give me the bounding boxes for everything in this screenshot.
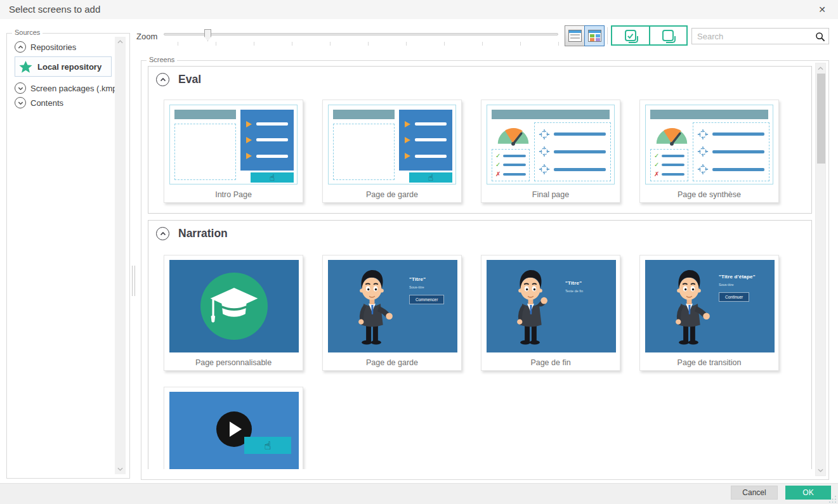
target-list [534, 122, 611, 181]
slide-subtitle: Sous-titre [409, 285, 444, 289]
character-presenter-icon [662, 268, 716, 349]
screen-card-final-page[interactable]: ✓ ✓ ✗ [481, 100, 620, 203]
screen-caption: Page de garde [323, 358, 461, 367]
scroll-down-icon[interactable] [816, 465, 825, 475]
screen-caption: Page de garde [323, 190, 461, 199]
collapse-section-button[interactable] [156, 73, 169, 86]
crosshair-icon [539, 146, 550, 157]
crosshair-icon [697, 164, 709, 175]
section-title: Narration [178, 227, 228, 240]
screen-caption: Page de transition [640, 358, 778, 367]
cancel-button[interactable]: Cancel [731, 486, 778, 500]
character-presenter-icon [503, 268, 558, 349]
star-icon [18, 60, 33, 74]
ok-button[interactable]: OK [785, 486, 831, 500]
screen-card-page-personnalisable[interactable]: Page personnalisable [164, 255, 303, 371]
screens-scrollbar[interactable] [815, 63, 826, 476]
screen-card-page-de-fin[interactable]: "Titre" Texte de fin Page de fin [481, 255, 620, 371]
slide-continue-button: Continuer [719, 292, 749, 302]
checklist-icon: ✓ ✓ ✗ [650, 149, 688, 181]
character-presenter-icon [344, 268, 399, 349]
scrollbar-thumb[interactable] [817, 74, 825, 164]
resize-grip[interactable] [828, 494, 837, 503]
sources-panel: Sources Repositories Local repository Sc… [6, 33, 130, 479]
crosshair-icon [697, 129, 709, 140]
target-list [693, 122, 769, 181]
scroll-down-icon[interactable] [115, 464, 126, 474]
toolbar-separator [607, 27, 608, 44]
slide-title: "Titre d'étape" [719, 274, 756, 280]
slide-start-button: Commencer [409, 295, 444, 304]
sources-legend: Sources [12, 29, 43, 36]
screen-caption: Intro Page [164, 190, 303, 199]
sources-group-repositories[interactable]: Repositories [15, 41, 76, 53]
gauge-icon [497, 124, 530, 146]
sources-group-contents[interactable]: Contents [15, 97, 63, 108]
screen-thumbnail: "Titre d'étape" Sous-titre Continuer [645, 260, 775, 352]
grid-view-button[interactable] [584, 25, 605, 46]
screen-card-intro-page[interactable]: ☝ Intro Page [164, 100, 303, 203]
zoom-slider-ticks [178, 42, 559, 46]
crosshair-icon [539, 129, 550, 140]
zoom-slider[interactable] [164, 28, 558, 47]
deselect-all-button[interactable] [649, 27, 687, 44]
slide-subtitle: Sous-titre [719, 283, 756, 287]
screens-viewport: Eval ☝ Intro Page [142, 61, 814, 469]
screen-thumbnail: "Titre" Texte de fin [487, 260, 616, 352]
search-input[interactable] [692, 29, 814, 44]
screen-card-page-de-synthese[interactable]: ✓ ✓ ✗ [639, 100, 779, 203]
sources-group-label: Repositories [30, 42, 76, 52]
screens-panel: Screens Eval [141, 60, 829, 480]
sidebar-item-local-repository[interactable]: Local repository [15, 56, 112, 77]
hand-cursor-icon: ☝ [265, 440, 272, 451]
checked-box-icon [625, 30, 636, 41]
sources-group-label: Screen packages (.kmp) [30, 84, 120, 93]
screen-caption: Page personnalisable [164, 358, 303, 367]
screen-card-page-de-garde-eval[interactable]: ☝ Page de garde [322, 100, 462, 203]
graduation-cap-icon [200, 273, 268, 340]
zoom-slider-thumb[interactable] [204, 29, 211, 41]
sources-scrollbar[interactable] [115, 37, 126, 474]
screen-thumbnail: "Titre" Sous-titre Commencer [328, 260, 457, 352]
selection-button-group [611, 25, 688, 46]
gauge-icon [655, 124, 688, 146]
zoom-slider-track[interactable] [164, 33, 558, 36]
screen-thumbnail: ☝ [169, 392, 299, 469]
screen-card-page-de-transition[interactable]: "Titre d'étape" Sous-titre Continuer Pag… [639, 255, 779, 371]
list-view-icon [568, 30, 582, 42]
select-screens-dialog: Select screens to add ✕ Sources Reposito… [0, 0, 838, 504]
screen-caption: Page de synthèse [640, 190, 778, 199]
slide-title: "Titre" [409, 276, 444, 282]
screen-thumbnail: ☝ [169, 105, 298, 184]
slide-title: "Titre" [565, 280, 583, 286]
screen-card-video[interactable]: ☝ [164, 387, 303, 469]
empty-box-icon [662, 30, 674, 41]
chevron-up-circle-icon [15, 41, 26, 53]
crosshair-icon [539, 164, 550, 175]
collapse-section-button[interactable] [156, 227, 169, 240]
screen-caption: Page de fin [481, 358, 620, 367]
section-eval: Eval ☝ Intro Page [148, 66, 812, 214]
screen-thumbnail: ☝ [328, 105, 456, 184]
screen-thumbnail: ✓ ✓ ✗ [487, 105, 615, 184]
sources-group-screen-packages[interactable]: Screen packages (.kmp) [15, 82, 120, 94]
scroll-up-icon[interactable] [816, 63, 825, 74]
list-view-button[interactable] [565, 25, 585, 46]
panel-splitter[interactable] [132, 266, 135, 296]
section-title: Eval [178, 73, 201, 86]
hand-cursor-icon: ☝ [270, 173, 275, 182]
close-button[interactable]: ✕ [815, 3, 829, 16]
search-box [691, 28, 829, 44]
search-icon [815, 32, 825, 42]
scroll-up-icon[interactable] [115, 37, 126, 47]
screen-card-page-de-garde-narration[interactable]: "Titre" Sous-titre Commencer Page de gar… [322, 255, 462, 371]
chevron-down-circle-icon [15, 82, 26, 94]
screen-thumbnail: ✓ ✓ ✗ [645, 105, 773, 184]
sources-group-label: Contents [30, 98, 63, 108]
dialog-footer: Cancel OK [0, 483, 838, 504]
hand-cursor-icon: ☝ [428, 173, 434, 182]
select-all-button[interactable] [612, 27, 649, 44]
page-title: Select screens to add [9, 4, 100, 15]
chevron-down-circle-icon [15, 97, 26, 108]
checklist-icon: ✓ ✓ ✗ [492, 149, 530, 181]
